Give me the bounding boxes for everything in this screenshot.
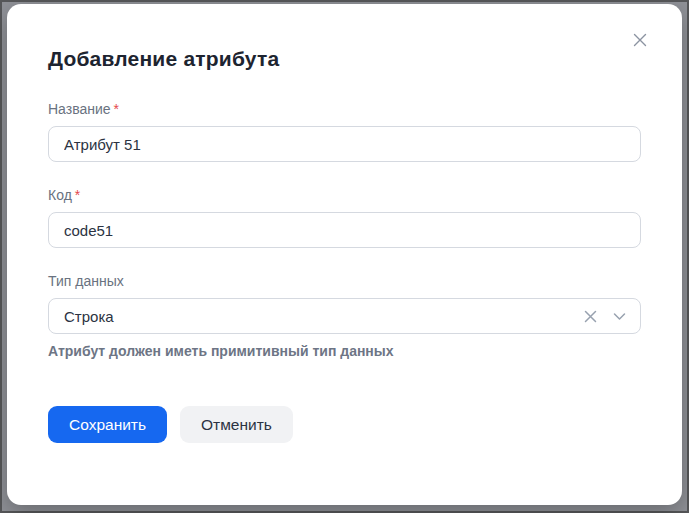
clear-icon bbox=[582, 308, 599, 325]
close-button[interactable] bbox=[626, 26, 654, 54]
code-field-label: Код bbox=[48, 187, 72, 203]
name-field-label-row: Название* bbox=[48, 100, 641, 118]
dropdown-toggle-button[interactable] bbox=[611, 308, 628, 325]
cancel-button[interactable]: Отменить bbox=[180, 406, 293, 443]
dialog-title: Добавление атрибута bbox=[48, 46, 641, 72]
datatype-field-label-row: Тип данных bbox=[48, 272, 641, 290]
clear-selection-button[interactable] bbox=[582, 308, 599, 325]
code-input[interactable] bbox=[48, 212, 641, 248]
add-attribute-dialog: Добавление атрибута Название* Код* Тип д… bbox=[7, 4, 682, 505]
helper-text: Атрибут должен иметь примитивный тип дан… bbox=[48, 343, 641, 360]
name-input[interactable] bbox=[48, 126, 641, 162]
datatype-field-label: Тип данных bbox=[48, 273, 124, 289]
save-button[interactable]: Сохранить bbox=[48, 406, 167, 443]
close-icon bbox=[631, 31, 649, 49]
required-asterisk: * bbox=[114, 101, 119, 117]
name-field-label: Название bbox=[48, 101, 111, 117]
datatype-select-icons bbox=[582, 308, 628, 325]
modal-backdrop: Добавление атрибута Название* Код* Тип д… bbox=[0, 0, 689, 513]
datatype-select[interactable]: Строка bbox=[48, 298, 641, 334]
field-name: Название* bbox=[48, 100, 641, 162]
field-code: Код* bbox=[48, 186, 641, 248]
datatype-select-value: Строка bbox=[64, 308, 582, 325]
dialog-actions: Сохранить Отменить bbox=[48, 406, 641, 443]
chevron-down-icon bbox=[611, 308, 628, 325]
code-field-label-row: Код* bbox=[48, 186, 641, 204]
required-asterisk: * bbox=[75, 187, 80, 203]
field-datatype: Тип данных Строка Атр bbox=[48, 272, 641, 360]
